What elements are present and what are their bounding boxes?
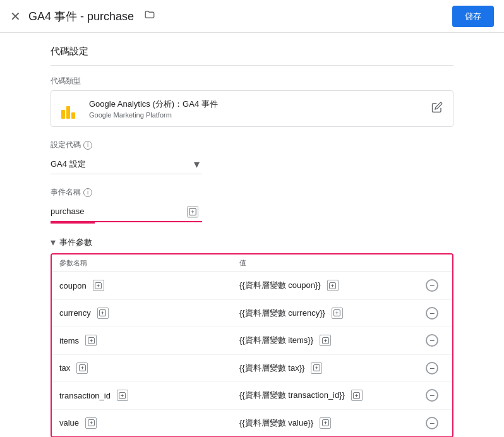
event-params-section: ▾ 事件參數 參數名稱 值 coupon — [51, 236, 453, 437]
section-title: 代碼設定 — [51, 33, 453, 66]
variable-icon — [327, 280, 339, 291]
variable-icon — [117, 390, 128, 401]
param-name-variable-button[interactable] — [92, 278, 105, 293]
param-value-cell: {{資料層變數 items}} — [239, 333, 419, 348]
param-value-variable-button[interactable] — [318, 416, 332, 431]
edit-icon[interactable] — [431, 102, 443, 116]
event-params-header: ▾ 事件參數 — [51, 236, 453, 248]
variable-icon — [351, 390, 363, 401]
param-value-variable-button[interactable] — [350, 388, 364, 403]
param-action-cell: − — [419, 417, 445, 429]
col-header-name: 參數名稱 — [59, 258, 239, 268]
param-name-variable-button[interactable] — [75, 361, 89, 376]
param-value-variable-button[interactable] — [330, 306, 344, 321]
col-header-value: 值 — [239, 258, 419, 268]
variable-icon — [320, 335, 331, 346]
param-name-cell: items — [59, 333, 239, 348]
event-name-group: 事件名稱 i — [51, 187, 453, 224]
variable-icon — [93, 280, 104, 291]
remove-param-button[interactable]: − — [426, 362, 438, 374]
param-value-variable-button[interactable] — [326, 278, 340, 293]
event-name-input-wrapper — [51, 201, 202, 222]
param-value-cell: {{資料層變數 value}} — [239, 416, 419, 431]
param-name-cell: tax — [59, 361, 239, 376]
table-row: currency {{資料層變數 currency}} — [52, 300, 452, 328]
variable-icon — [85, 335, 97, 346]
col-header-actions — [419, 258, 445, 268]
param-name-cell: value — [59, 416, 239, 431]
remove-param-button[interactable]: − — [426, 417, 438, 429]
variable-icon — [97, 308, 109, 319]
table-row: transaction_id {{資料層變數 transaction_id}} — [52, 382, 452, 410]
param-value: {{資料層變數 coupon}} — [239, 280, 321, 291]
config-code-select-wrapper: GA4 設定 ▾ — [51, 154, 202, 174]
header: ✕ GA4 事件 - purchase 儲存 — [0, 0, 504, 33]
param-value: {{資料層變數 transaction_id}} — [239, 390, 345, 401]
table-row: items {{資料層變數 items}} — [52, 327, 452, 355]
event-name-info-icon[interactable]: i — [83, 188, 92, 197]
param-name: currency — [59, 308, 91, 318]
code-type-label: 代碼類型 — [51, 76, 453, 87]
folder-icon[interactable] — [144, 9, 155, 23]
page-title: GA4 事件 - purchase — [28, 9, 134, 24]
event-name-input[interactable] — [51, 201, 202, 222]
chevron-down-icon[interactable]: ▾ — [51, 236, 56, 248]
param-value: {{資料層變數 currency}} — [239, 308, 325, 319]
param-value-cell: {{資料層變數 tax}} — [239, 361, 419, 376]
param-rows: coupon {{資料層變數 coupon}} — [52, 272, 452, 436]
param-name-variable-button[interactable] — [84, 416, 98, 431]
param-action-cell: − — [419, 362, 445, 374]
tag-card-left: Google Analytics (分析)：GA4 事件 Google Mark… — [61, 99, 218, 119]
params-table: 參數名稱 值 coupon {{資料層變數 coupon}} — [51, 253, 453, 437]
config-code-info-icon[interactable]: i — [83, 141, 92, 150]
remove-param-button[interactable]: − — [426, 389, 438, 402]
param-action-cell: − — [419, 334, 445, 347]
param-name-variable-button[interactable] — [116, 388, 129, 403]
save-button[interactable]: 儲存 — [452, 6, 494, 27]
param-value: {{資料層變數 value}} — [239, 417, 313, 429]
analytics-icon — [61, 99, 81, 119]
remove-param-button[interactable]: − — [426, 334, 438, 347]
config-code-select[interactable]: GA4 設定 — [51, 154, 202, 174]
param-value-cell: {{資料層變數 currency}} — [239, 306, 419, 321]
param-value: {{資料層變數 tax}} — [239, 362, 304, 374]
param-name-cell: transaction_id — [59, 388, 239, 403]
table-row: tax {{資料層變數 tax}} — [52, 355, 452, 383]
config-code-group: 設定代碼 i GA4 設定 ▾ — [51, 140, 453, 174]
params-table-header: 參數名稱 值 — [52, 254, 452, 272]
header-left: ✕ GA4 事件 - purchase — [10, 9, 155, 24]
param-value-variable-button[interactable] — [309, 361, 323, 376]
param-name-variable-button[interactable] — [96, 306, 110, 321]
remove-param-button[interactable]: − — [426, 307, 438, 320]
tag-subname: Google Marketing Platform — [89, 111, 218, 119]
param-name: value — [59, 418, 79, 428]
main-content: 代碼設定 代碼類型 Google Analytics (分析)：GA4 事件 G… — [0, 33, 504, 437]
variable-icon — [85, 417, 97, 429]
param-value: {{資料層變數 items}} — [239, 335, 313, 346]
variable-icon — [76, 362, 88, 374]
param-name-variable-button[interactable] — [84, 333, 98, 348]
table-row: coupon {{資料層變數 coupon}} — [52, 272, 452, 300]
app-container: ✕ GA4 事件 - purchase 儲存 代碼設定 代碼類型 — [0, 0, 504, 437]
param-name: items — [59, 336, 79, 345]
code-type-group: 代碼類型 Google Analytics (分析)：GA4 事件 Google… — [51, 76, 453, 127]
variable-icon — [311, 362, 322, 374]
param-name: transaction_id — [59, 391, 111, 400]
close-icon[interactable]: ✕ — [10, 10, 21, 23]
param-value-variable-button[interactable] — [318, 333, 332, 348]
variable-icon — [332, 308, 343, 319]
param-value-cell: {{資料層變數 transaction_id}} — [239, 388, 419, 403]
remove-param-button[interactable]: − — [426, 279, 438, 292]
param-value-cell: {{資料層變數 coupon}} — [239, 278, 419, 293]
variable-icon — [320, 417, 331, 429]
event-name-variable-button[interactable] — [186, 205, 200, 219]
param-name: tax — [59, 363, 70, 373]
input-underline — [51, 222, 95, 224]
tag-name: Google Analytics (分析)：GA4 事件 — [89, 99, 218, 110]
param-action-cell: − — [419, 307, 445, 320]
table-row: value {{資料層變數 value}} — [52, 410, 452, 437]
event-params-title: 事件參數 — [59, 237, 92, 248]
param-name-cell: coupon — [59, 278, 239, 293]
event-name-label: 事件名稱 i — [51, 187, 453, 198]
config-code-label: 設定代碼 i — [51, 140, 453, 150]
